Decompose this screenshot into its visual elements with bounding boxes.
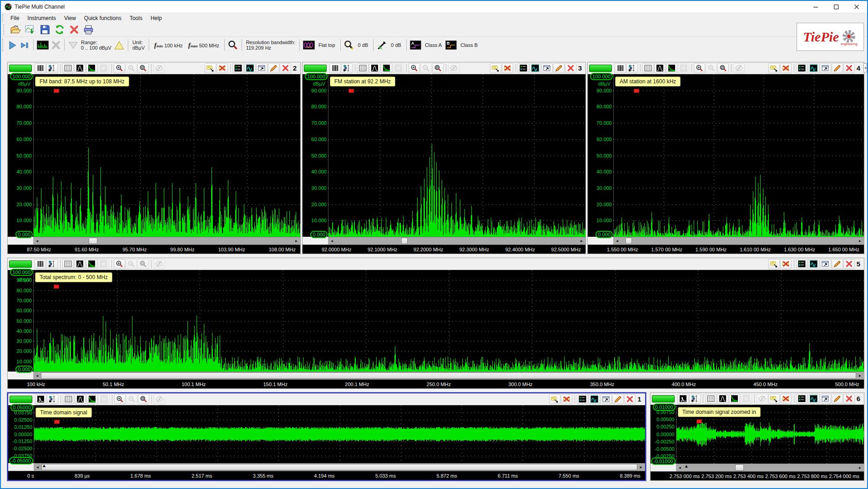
class-a-icon[interactable]: A xyxy=(409,38,422,52)
signal-view-button[interactable] xyxy=(654,63,666,73)
scroll-right-arrow[interactable]: ► xyxy=(578,237,585,244)
menu-item-help[interactable]: Help xyxy=(146,14,166,23)
range-up-icon[interactable] xyxy=(113,38,126,52)
window-button[interactable] xyxy=(820,63,831,73)
annotation-marker[interactable] xyxy=(634,89,639,93)
mode-spectrum-button[interactable] xyxy=(329,63,341,73)
close-chart-button[interactable] xyxy=(565,63,576,73)
add-note-button[interactable] xyxy=(490,63,501,73)
scroll-right-arrow[interactable]: ► xyxy=(293,237,300,244)
channels-button[interactable] xyxy=(232,63,244,73)
channels-button[interactable] xyxy=(518,63,529,73)
mode-spectrum-button[interactable] xyxy=(35,259,46,269)
scroll-thumb[interactable] xyxy=(735,464,744,471)
pen-button[interactable] xyxy=(832,259,843,269)
y-axis[interactable]: 100.000 dBµV 0.000 90.00080.00070.00060.… xyxy=(8,74,33,237)
scope-button[interactable] xyxy=(808,259,819,269)
spectrum-view-button[interactable] xyxy=(729,394,740,404)
axis-settings-button[interactable] xyxy=(47,394,58,404)
window-button[interactable] xyxy=(256,63,267,73)
delete-notes-button[interactable] xyxy=(502,63,513,73)
channel-enable-button[interactable] xyxy=(9,260,32,268)
y-axis[interactable]: 0.05000 -0.05000 0.037500.025000.012500.… xyxy=(8,405,34,463)
delete-notes-button[interactable] xyxy=(780,394,792,404)
annotation-note[interactable]: Total spectrum: 0 - 500 MHz xyxy=(35,272,112,282)
scope-button[interactable] xyxy=(589,394,600,404)
signal-view-button[interactable] xyxy=(75,394,86,404)
scroll-thumb[interactable] xyxy=(401,238,408,244)
delete-notes-button[interactable] xyxy=(217,63,228,73)
zoom-in-button[interactable] xyxy=(114,259,125,269)
add-note-button[interactable] xyxy=(768,63,780,73)
scope-button[interactable] xyxy=(530,63,541,73)
axis-settings-button[interactable] xyxy=(46,259,58,269)
maximize-button[interactable] xyxy=(826,1,847,13)
signal-view-button[interactable] xyxy=(717,394,728,404)
scroll-left-arrow[interactable]: ◄ xyxy=(676,464,684,471)
pen-button[interactable] xyxy=(268,63,279,73)
channel-enable-button[interactable] xyxy=(10,396,32,403)
close-chart-button[interactable] xyxy=(843,63,855,73)
zoom-reset-button[interactable] xyxy=(137,63,149,73)
spectrum-view-button[interactable] xyxy=(666,63,677,73)
table-button[interactable] xyxy=(705,394,717,404)
channels-button[interactable] xyxy=(577,394,588,404)
menu-item-quick-functions[interactable]: Quick functions xyxy=(80,14,126,23)
zoom-reset-button[interactable] xyxy=(432,63,444,73)
scroll-left-arrow[interactable]: ◄ xyxy=(328,237,336,244)
close-chart-button[interactable] xyxy=(843,259,855,269)
horizontal-scrollbar[interactable]: ◄ ▲ ► xyxy=(34,463,645,471)
scroll-thumb[interactable] xyxy=(89,238,97,244)
close-chart-button[interactable] xyxy=(624,394,636,404)
export-image-button[interactable] xyxy=(24,24,36,36)
scroll-thumb[interactable] xyxy=(41,372,856,379)
scroll-thumb[interactable] xyxy=(41,464,637,470)
scope-button[interactable] xyxy=(808,394,819,404)
annotation-note[interactable]: AM station at 1600 kHz xyxy=(615,76,681,87)
window-button[interactable] xyxy=(820,394,831,404)
oneshot-button[interactable] xyxy=(19,38,31,52)
annotation-marker[interactable] xyxy=(54,420,60,424)
horizontal-scrollbar[interactable]: ◄ ▲ ► xyxy=(328,237,585,244)
channel-enable-button[interactable] xyxy=(9,65,32,72)
y-axis[interactable]: 100.000 dBµV 0.000 90.00080.00070.00060.… xyxy=(303,74,328,237)
spectrum-view-button[interactable] xyxy=(86,259,97,269)
window-button[interactable] xyxy=(601,394,612,404)
menu-item-instruments[interactable]: Instruments xyxy=(23,14,60,23)
scope-button[interactable] xyxy=(808,63,819,73)
scroll-left-arrow[interactable]: ◄ xyxy=(613,237,621,244)
close-button[interactable] xyxy=(847,1,867,13)
scroll-left-arrow[interactable]: ◄ xyxy=(33,372,41,379)
delete-notes-button[interactable] xyxy=(780,63,792,73)
axis-settings-button[interactable] xyxy=(341,63,353,73)
splitter-collapse-button[interactable]: ◄ xyxy=(863,63,867,72)
spectrum-view-button[interactable] xyxy=(381,63,392,73)
signal-view-button[interactable] xyxy=(74,63,86,73)
zoom-in-button[interactable] xyxy=(694,63,705,73)
scroll-right-arrow[interactable]: ► xyxy=(637,464,645,471)
annotation-note[interactable]: FM station at 92.2 MHz xyxy=(330,76,395,87)
table-button[interactable] xyxy=(642,63,654,73)
add-note-button[interactable] xyxy=(205,63,216,73)
zoom-reset-button[interactable] xyxy=(138,394,149,404)
annotation-note[interactable]: Time domain signal xyxy=(35,408,92,418)
start-button[interactable] xyxy=(6,38,19,52)
zoom-reset-button[interactable] xyxy=(717,63,729,73)
delete-notes-button[interactable] xyxy=(780,259,792,269)
channels-button[interactable] xyxy=(796,63,807,73)
pen-button[interactable] xyxy=(832,394,843,404)
signal-view-button[interactable] xyxy=(74,259,86,269)
window-button[interactable] xyxy=(541,63,553,73)
add-note-button[interactable] xyxy=(768,259,780,269)
menu-item-file[interactable]: File xyxy=(6,14,23,23)
annotation-marker[interactable] xyxy=(54,285,59,289)
channel-enable-button[interactable] xyxy=(589,65,612,72)
horizontal-scrollbar[interactable]: ◄ ▲ ► xyxy=(33,237,300,244)
channels-button[interactable] xyxy=(796,259,807,269)
table-button[interactable] xyxy=(63,394,74,404)
add-note-button[interactable] xyxy=(768,394,780,404)
spectrum-view-button[interactable] xyxy=(86,63,97,73)
channel-enable-button[interactable] xyxy=(652,395,675,402)
scroll-right-arrow[interactable]: ► xyxy=(856,372,864,379)
save-button[interactable] xyxy=(39,24,51,36)
